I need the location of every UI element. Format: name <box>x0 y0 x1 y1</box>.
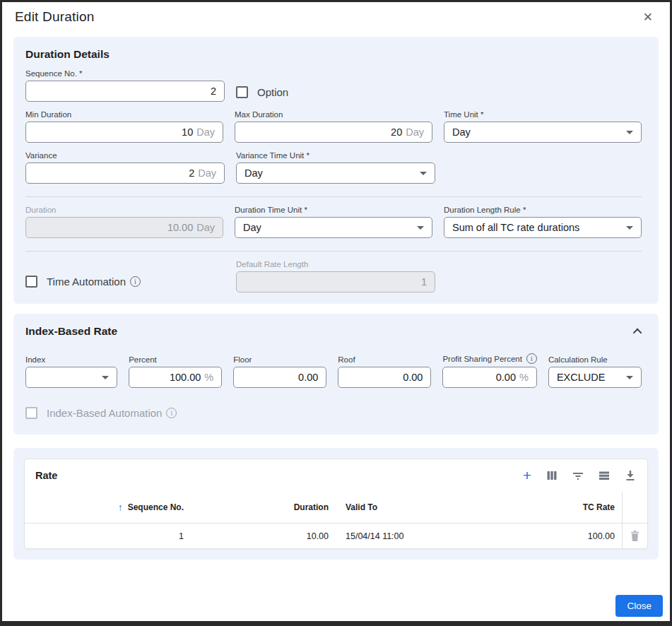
time-automation-group: Time Automation i <box>25 276 225 293</box>
profit-sharing-percent-label-text: Profit Sharing Percent <box>442 355 522 363</box>
default-rate-length-value: 1 <box>421 276 427 288</box>
chevron-up-icon[interactable] <box>633 328 642 337</box>
info-icon[interactable]: i <box>526 353 537 364</box>
duration-input: 10.00 Day <box>25 217 223 238</box>
export-download-icon[interactable] <box>625 469 636 482</box>
calculation-rule-label: Calculation Rule <box>548 355 642 364</box>
cell-sequence-no: 1 <box>25 524 191 548</box>
max-duration-input[interactable]: 20 Day <box>235 122 432 143</box>
floor-value: 0.00 <box>298 372 318 383</box>
sort-ascending-icon[interactable]: ↑ <box>118 502 123 513</box>
rate-table-header: ↑ Sequence No. Duration Valid To TC Rate <box>25 492 647 524</box>
checkbox-icon <box>236 86 248 98</box>
index-based-automation-checkbox: Index-Based Automation <box>25 407 162 419</box>
duration-label: Duration <box>25 206 223 214</box>
field-sequence-no: Sequence No. * 2 <box>25 69 225 102</box>
option-checkbox[interactable]: Option <box>236 86 288 98</box>
variance-time-unit-value: Day <box>244 167 263 179</box>
rate-toolbar-actions: + <box>523 469 636 482</box>
col-header-tc-rate-text: TC Rate <box>583 502 615 512</box>
field-variance-time-unit: Variance Time Unit * Day <box>236 151 435 184</box>
percent-suffix: % <box>204 372 213 383</box>
checkbox-icon <box>25 276 37 288</box>
variance-input[interactable]: 2 Day <box>25 163 225 184</box>
columns-icon[interactable] <box>546 469 558 482</box>
row-automation: Time Automation i Default Rate Length 1 <box>25 260 642 293</box>
cell-valid-to: 15/04/14 11:00 <box>336 524 488 548</box>
section-divider <box>25 251 642 252</box>
index-label: Index <box>25 355 117 364</box>
checkbox-icon <box>25 407 37 419</box>
calculation-rule-select[interactable]: EXCLUDE <box>548 367 642 388</box>
add-row-icon[interactable]: + <box>523 469 531 482</box>
percent-label: Percent <box>129 355 222 364</box>
close-icon[interactable]: ✕ <box>639 10 657 25</box>
table-row[interactable]: 1 10.00 15/04/14 11:00 100.00 <box>25 524 647 548</box>
chevron-down-icon <box>102 376 109 379</box>
col-header-valid-to-text: Valid To <box>346 502 377 512</box>
chevron-down-icon <box>626 131 633 134</box>
floor-input[interactable]: 0.00 <box>233 367 326 388</box>
sequence-no-value: 2 <box>211 85 216 97</box>
index-based-rate-panel: Index-Based Rate Index Percent 100.00 % … <box>13 314 659 435</box>
duration-time-unit-select[interactable]: Day <box>235 217 432 238</box>
col-header-valid-to[interactable]: Valid To <box>336 492 488 523</box>
col-header-sequence-no-text: Sequence No. <box>128 502 184 512</box>
time-unit-select[interactable]: Day <box>444 122 642 143</box>
col-header-tc-rate[interactable]: TC Rate <box>488 492 622 523</box>
variance-time-unit-label: Variance Time Unit * <box>236 151 435 160</box>
col-header-duration-text: Duration <box>294 502 329 512</box>
field-duration: Duration 10.00 Day <box>25 206 223 238</box>
index-based-rate-header: Index-Based Rate <box>25 325 642 338</box>
duration-time-unit-value: Day <box>243 222 261 233</box>
info-glyph: i <box>171 409 173 417</box>
duration-details-panel: Duration Details Sequence No. * 2 Option… <box>13 37 659 304</box>
profit-sharing-percent-input[interactable]: 0.00 % <box>442 367 537 388</box>
min-duration-input[interactable]: 10 Day <box>25 122 223 143</box>
time-automation-label: Time Automation <box>47 276 126 288</box>
col-header-duration[interactable]: Duration <box>191 492 336 523</box>
sequence-no-input[interactable]: 2 <box>25 81 225 102</box>
profit-sharing-percent-suffix: % <box>519 372 529 383</box>
field-duration-length-rule: Duration Length Rule * Sum of all TC rat… <box>444 206 642 238</box>
delete-row-button[interactable] <box>622 524 647 548</box>
info-icon[interactable]: i <box>166 408 177 418</box>
dialog-header: Edit Duration ✕ <box>2 2 670 28</box>
duration-length-rule-value: Sum of all TC rate durations <box>452 222 579 233</box>
row-variance: Variance 2 Day Variance Time Unit * Day <box>25 151 642 184</box>
calculation-rule-value: EXCLUDE <box>557 372 606 383</box>
duration-time-unit-label: Duration Time Unit * <box>235 206 432 214</box>
col-header-actions <box>622 492 647 523</box>
max-duration-suffix: Day <box>406 126 424 138</box>
chevron-down-icon <box>420 172 427 175</box>
field-variance: Variance 2 Day <box>25 151 225 184</box>
roof-input[interactable]: 0.00 <box>338 367 431 388</box>
rate-card: Rate + <box>24 459 648 549</box>
variance-time-unit-select[interactable]: Day <box>236 163 435 184</box>
max-duration-value: 20 <box>391 126 402 138</box>
profit-sharing-percent-value: 0.00 <box>496 372 516 383</box>
duration-length-rule-select[interactable]: Sum of all TC rate durations <box>444 217 642 238</box>
floor-label: Floor <box>233 355 326 364</box>
density-icon[interactable] <box>599 469 610 482</box>
field-roof: Roof 0.00 <box>338 355 431 388</box>
variance-value: 2 <box>189 167 194 179</box>
index-select[interactable] <box>25 367 117 388</box>
duration-value: 10.00 <box>167 222 193 233</box>
cell-tc-rate: 100.00 <box>488 524 622 548</box>
percent-input[interactable]: 100.00 % <box>129 367 222 388</box>
field-default-rate-length: Default Rate Length 1 <box>236 260 435 293</box>
row-index-rate: Index Percent 100.00 % Floor 0.00 <box>25 353 642 388</box>
default-rate-length-input: 1 <box>236 271 435 293</box>
close-button[interactable]: Close <box>615 595 663 617</box>
info-icon[interactable]: i <box>130 276 141 287</box>
min-duration-value: 10 <box>182 126 193 138</box>
index-based-automation-label: Index-Based Automation <box>47 407 162 419</box>
variance-label: Variance <box>25 151 225 160</box>
time-unit-label: Time Unit * <box>444 110 642 119</box>
time-automation-checkbox[interactable]: Time Automation <box>25 276 126 288</box>
time-unit-value: Day <box>452 126 471 138</box>
col-header-sequence-no[interactable]: ↑ Sequence No. <box>25 492 191 523</box>
roof-label: Roof <box>338 355 431 364</box>
filter-icon[interactable] <box>572 469 584 482</box>
